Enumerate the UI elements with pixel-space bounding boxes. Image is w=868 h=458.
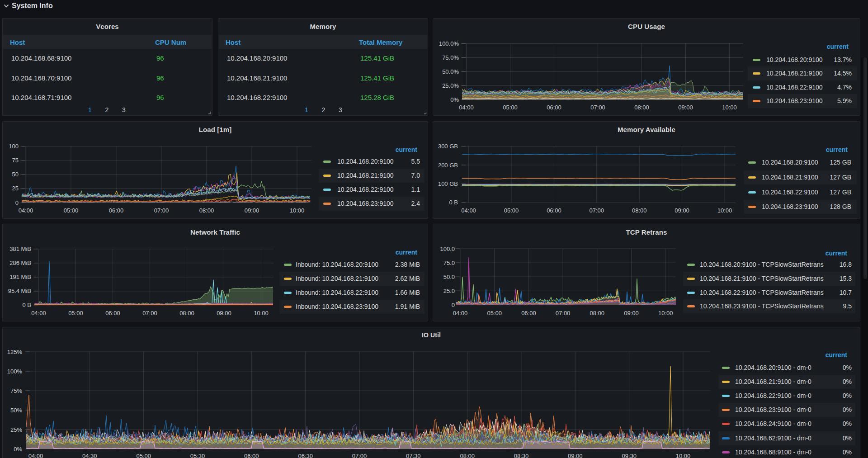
svg-text:05:00: 05:00: [503, 104, 518, 111]
svg-text:04:00: 04:00: [453, 310, 468, 316]
svg-text:06:00: 06:00: [244, 453, 259, 458]
svg-text:100 GB: 100 GB: [438, 180, 458, 187]
svg-text:04:00: 04:00: [459, 104, 474, 111]
svg-text:75.0: 75.0: [443, 260, 455, 266]
svg-text:0 B: 0 B: [22, 302, 31, 308]
svg-text:381 MiB: 381 MiB: [9, 246, 31, 252]
svg-text:286 MiB: 286 MiB: [9, 260, 31, 266]
svg-text:06:00: 06:00: [521, 310, 536, 316]
svg-text:07:00: 07:00: [590, 104, 605, 111]
svg-text:04:00: 04:00: [461, 207, 476, 214]
svg-text:191 MiB: 191 MiB: [9, 274, 31, 280]
svg-text:100.0: 100.0: [440, 246, 455, 252]
svg-text:25: 25: [12, 185, 19, 192]
svg-text:50: 50: [12, 171, 19, 178]
svg-text:07:00: 07:00: [142, 310, 157, 316]
svg-text:10:00: 10:00: [676, 453, 691, 458]
svg-text:04:00: 04:00: [19, 207, 33, 214]
svg-text:100.0%: 100.0%: [439, 40, 459, 47]
svg-text:10:00: 10:00: [717, 207, 732, 214]
svg-text:50.0: 50.0: [443, 274, 455, 280]
svg-text:07:00: 07:00: [590, 207, 604, 214]
svg-text:25.0%: 25.0%: [442, 82, 459, 89]
svg-text:09:30: 09:30: [622, 453, 637, 458]
svg-text:25.0: 25.0: [443, 288, 455, 294]
svg-text:04:00: 04:00: [28, 453, 43, 458]
svg-text:08:00: 08:00: [460, 453, 475, 458]
svg-text:75%: 75%: [10, 387, 22, 394]
svg-text:08:00: 08:00: [199, 207, 214, 214]
svg-text:09:00: 09:00: [624, 310, 639, 316]
svg-text:0%: 0%: [14, 446, 22, 453]
svg-text:10:00: 10:00: [722, 104, 737, 111]
svg-text:09:00: 09:00: [678, 104, 693, 111]
svg-text:10:00: 10:00: [658, 310, 673, 316]
svg-text:07:00: 07:00: [154, 207, 169, 214]
svg-text:95.4 MiB: 95.4 MiB: [8, 288, 31, 294]
svg-text:09:00: 09:00: [245, 207, 259, 214]
svg-text:08:00: 08:00: [632, 207, 647, 214]
svg-text:05:00: 05:00: [136, 453, 151, 458]
svg-text:04:00: 04:00: [31, 310, 46, 316]
svg-text:06:00: 06:00: [109, 207, 124, 214]
svg-text:09:00: 09:00: [568, 453, 583, 458]
svg-text:05:00: 05:00: [68, 310, 83, 316]
svg-text:05:30: 05:30: [190, 453, 205, 458]
svg-text:0: 0: [15, 199, 19, 206]
svg-text:200 GB: 200 GB: [438, 162, 458, 169]
svg-text:05:00: 05:00: [64, 207, 79, 214]
svg-text:04:30: 04:30: [82, 453, 97, 458]
svg-text:06:00: 06:00: [105, 310, 120, 316]
svg-text:05:00: 05:00: [504, 207, 519, 214]
svg-text:125%: 125%: [7, 349, 23, 355]
svg-text:100%: 100%: [7, 368, 23, 375]
svg-text:0%: 0%: [450, 96, 459, 103]
svg-text:09:00: 09:00: [217, 310, 231, 316]
svg-text:75: 75: [12, 157, 19, 164]
svg-text:100: 100: [9, 143, 19, 150]
svg-text:50%: 50%: [10, 407, 22, 414]
svg-text:07:00: 07:00: [352, 453, 367, 458]
svg-text:08:00: 08:00: [179, 310, 194, 316]
svg-text:25%: 25%: [10, 426, 22, 433]
svg-text:08:00: 08:00: [634, 104, 649, 111]
svg-text:07:00: 07:00: [556, 310, 571, 316]
svg-text:06:00: 06:00: [547, 207, 561, 214]
svg-text:05:00: 05:00: [487, 310, 502, 316]
svg-text:09:00: 09:00: [675, 207, 689, 214]
svg-text:10:00: 10:00: [290, 207, 305, 214]
svg-text:06:30: 06:30: [298, 453, 313, 458]
svg-text:08:00: 08:00: [590, 310, 605, 316]
svg-text:08:30: 08:30: [514, 453, 529, 458]
svg-text:10:00: 10:00: [254, 310, 269, 316]
svg-text:75.0%: 75.0%: [442, 54, 459, 61]
svg-text:0 B: 0 B: [449, 199, 458, 206]
svg-text:50.0%: 50.0%: [442, 68, 459, 75]
svg-text:300 GB: 300 GB: [438, 143, 458, 150]
svg-text:0: 0: [452, 302, 455, 308]
svg-text:07:30: 07:30: [406, 453, 421, 458]
svg-text:06:00: 06:00: [547, 104, 561, 111]
